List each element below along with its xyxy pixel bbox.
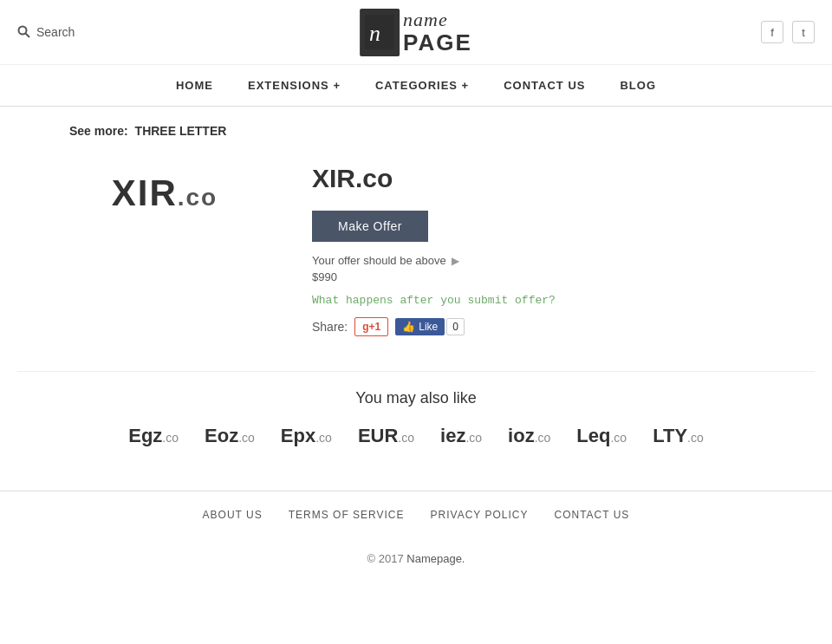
also-like-item[interactable]: Epx.co — [281, 425, 332, 447]
domain-tld: .co — [315, 431, 332, 445]
logo-page: PAGE — [403, 30, 472, 55]
domain-tld: .co — [238, 431, 255, 445]
also-like-item[interactable]: Eoz.co — [205, 425, 255, 447]
breadcrumb-prefix: See more: — [69, 124, 128, 138]
domain-name: LTY — [653, 425, 687, 446]
footer-brand-link[interactable]: Namepage. — [406, 552, 465, 565]
twitter-icon: t — [802, 26, 805, 39]
offer-amount: $990 — [312, 270, 815, 283]
also-like-item[interactable]: LTY.co — [653, 425, 704, 447]
also-like-item[interactable]: ioz.co — [508, 425, 550, 447]
also-like-item[interactable]: iez.co — [440, 425, 482, 447]
footer-terms[interactable]: TERMS OF SERVICE — [289, 509, 405, 521]
main-content: See more: THREE LETTER XIR.co XIR.co Mak… — [0, 107, 832, 491]
footer-copyright: © 2017 Namepage. — [0, 538, 832, 579]
product-area: XIR.co XIR.co Make Offer Your offer shou… — [69, 155, 815, 336]
logo-name: name — [403, 10, 472, 30]
nav-extensions[interactable]: EXTENSIONS + — [248, 75, 341, 95]
header: Search n name PAGE f t — [0, 0, 832, 65]
also-like-item[interactable]: EUR.co — [358, 425, 414, 447]
domain-name: ioz — [508, 425, 535, 446]
offer-info-text: Your offer should be above — [312, 254, 446, 267]
logo[interactable]: n name PAGE — [360, 9, 472, 56]
nav-home[interactable]: HOME — [176, 75, 213, 95]
domain-tld: .co — [162, 431, 179, 445]
divider — [17, 371, 815, 372]
product-logo-suffix: .co — [178, 184, 218, 211]
nav-categories[interactable]: CATEGORIES + — [375, 75, 469, 95]
svg-text:n: n — [369, 21, 380, 46]
breadcrumb-link[interactable]: THREE LETTER — [135, 124, 227, 138]
make-offer-button[interactable]: Make Offer — [312, 211, 428, 242]
twitter-link[interactable]: t — [792, 21, 815, 43]
logo-link[interactable]: n name PAGE — [360, 9, 472, 56]
product-logo-main: XIR — [112, 172, 178, 213]
breadcrumb: See more: THREE LETTER — [69, 124, 815, 138]
search-label: Search — [36, 25, 75, 39]
footer-about[interactable]: ABOUT US — [203, 509, 263, 521]
product-logo: XIR.co — [112, 172, 218, 214]
also-like-item[interactable]: Egz.co — [128, 425, 179, 447]
footer-privacy[interactable]: PRIVACY POLICY — [431, 509, 529, 521]
gplus-button[interactable]: g+1 — [354, 317, 388, 336]
domain-name: Eoz — [205, 425, 238, 446]
footer-nav: ABOUT US TERMS OF SERVICE PRIVACY POLICY… — [0, 491, 832, 538]
offer-info: Your offer should be above ▶ — [312, 254, 815, 267]
what-happens-link[interactable]: What happens after you submit offer? — [312, 294, 556, 307]
logo-text: name PAGE — [403, 10, 472, 55]
domain-tld: .co — [465, 431, 482, 445]
fb-count: 0 — [446, 318, 465, 335]
domain-tld: .co — [535, 431, 551, 445]
facebook-icon: f — [770, 26, 774, 39]
product-logo-display: XIR.co — [69, 155, 260, 231]
domain-name: Leq — [576, 425, 610, 446]
also-like-items: Egz.coEoz.coEpx.coEUR.coiez.coioz.coLeq.… — [17, 425, 815, 447]
product-title: XIR.co — [312, 164, 815, 193]
domain-name: Epx — [281, 425, 315, 446]
svg-point-0 — [19, 27, 27, 35]
domain-tld: .co — [398, 431, 414, 445]
nav-contact[interactable]: CONTACT US — [504, 75, 585, 95]
facebook-link[interactable]: f — [761, 21, 783, 43]
fb-like-label: Like — [419, 321, 438, 333]
share-label: Share: — [312, 320, 348, 334]
fb-thumb-icon: 👍 — [402, 321, 415, 333]
offer-arrow-icon: ▶ — [452, 255, 459, 267]
also-like-item[interactable]: Leq.co — [576, 425, 627, 447]
search-button[interactable]: Search — [17, 25, 75, 39]
also-like-title: You may also like — [17, 389, 815, 407]
main-nav: HOME EXTENSIONS + CATEGORIES + CONTACT U… — [0, 65, 832, 107]
domain-name: iez — [440, 425, 465, 446]
copyright-year: © 2017 — [367, 552, 404, 565]
social-icons: f t — [761, 21, 815, 43]
also-like-section: You may also like Egz.coEoz.coEpx.coEUR.… — [17, 389, 815, 447]
product-details: XIR.co Make Offer Your offer should be a… — [312, 155, 815, 336]
domain-name: Egz — [128, 425, 162, 446]
search-icon — [17, 25, 31, 39]
logo-icon: n — [360, 9, 400, 56]
domain-tld: .co — [610, 431, 627, 445]
footer-contact[interactable]: CONTACT US — [554, 509, 629, 521]
nav-blog[interactable]: BLOG — [620, 75, 656, 95]
domain-name: EUR — [358, 425, 398, 446]
domain-tld: .co — [687, 431, 704, 445]
svg-line-1 — [26, 34, 30, 38]
fb-like-button[interactable]: 👍 Like — [395, 318, 445, 335]
share-area: Share: g+1 👍 Like 0 — [312, 317, 815, 336]
